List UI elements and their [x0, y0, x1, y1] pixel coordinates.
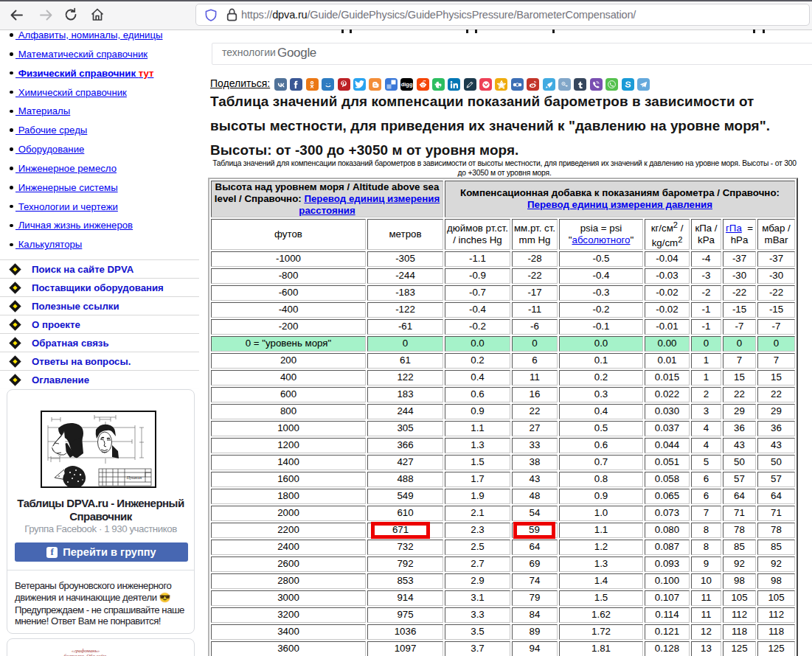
svg-text:болталка. Обо всём,: болталка. Обо всём, [64, 653, 108, 656]
svg-text:«графомань»: «графомань» [72, 648, 100, 653]
svg-text:Пушкин: Пушкин [126, 475, 142, 480]
